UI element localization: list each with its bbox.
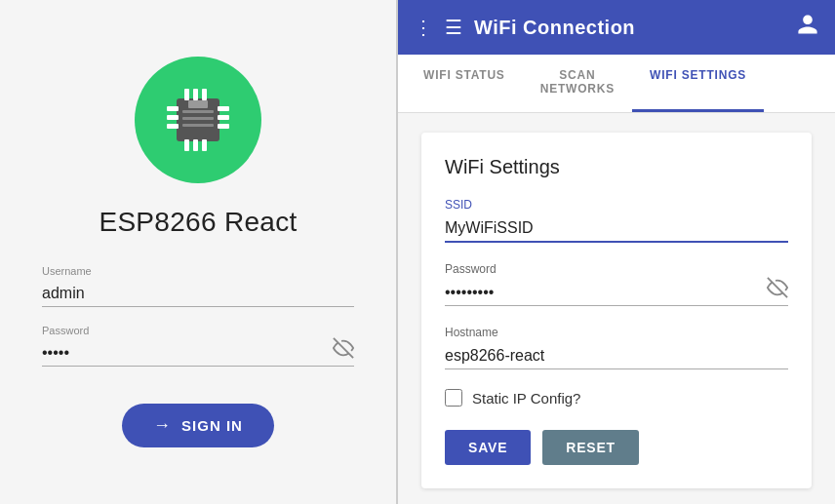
ssid-group: SSID bbox=[445, 198, 788, 243]
svg-rect-16 bbox=[188, 100, 208, 108]
content-area: WiFi Settings SSID Password bbox=[398, 113, 835, 504]
wifi-password-input[interactable] bbox=[445, 280, 788, 306]
signin-button[interactable]: → SIGN IN bbox=[122, 404, 274, 447]
static-ip-row: Static IP Config? bbox=[445, 389, 788, 407]
signin-label: SIGN IN bbox=[181, 417, 243, 434]
tab-wifi-settings[interactable]: WIFI SETTINGS bbox=[632, 55, 764, 112]
app-title: ESP8266 React bbox=[99, 207, 297, 238]
svg-rect-4 bbox=[184, 139, 189, 151]
hostname-input[interactable] bbox=[445, 343, 788, 369]
ssid-input[interactable] bbox=[445, 215, 788, 243]
username-group: Username bbox=[42, 265, 354, 307]
svg-rect-15 bbox=[182, 124, 214, 127]
top-bar: ⋮ ☰ WiFi Connection bbox=[398, 0, 835, 55]
password-input[interactable] bbox=[42, 340, 354, 367]
svg-rect-13 bbox=[182, 110, 214, 113]
wifi-password-group: Password bbox=[445, 262, 788, 306]
wifi-password-label: Password bbox=[445, 262, 788, 276]
ssid-label: SSID bbox=[445, 198, 788, 212]
svg-rect-5 bbox=[193, 139, 198, 151]
static-ip-checkbox[interactable] bbox=[445, 389, 462, 407]
tab-bar: WIFI STATUS SCAN NETWORKS WIFI SETTINGS bbox=[398, 55, 835, 113]
wifi-settings-card: WiFi Settings SSID Password bbox=[421, 133, 812, 488]
arrow-icon: → bbox=[153, 415, 172, 436]
svg-rect-10 bbox=[218, 106, 229, 111]
tab-scan-networks[interactable]: SCAN NETWORKS bbox=[523, 55, 632, 112]
page-title: WiFi Connection bbox=[474, 17, 784, 39]
reset-button[interactable]: RESET bbox=[542, 430, 639, 465]
svg-rect-2 bbox=[193, 89, 198, 100]
save-button[interactable]: SAVE bbox=[445, 430, 531, 465]
tab-wifi-status[interactable]: WIFI STATUS bbox=[406, 55, 523, 112]
svg-rect-9 bbox=[167, 124, 179, 129]
card-title: WiFi Settings bbox=[445, 156, 788, 178]
dots-icon[interactable]: ⋮ bbox=[414, 16, 433, 39]
wifi-panel: ⋮ ☰ WiFi Connection WIFI STATUS SCAN NET… bbox=[398, 0, 835, 504]
password-group: Password bbox=[42, 325, 354, 367]
toggle-password-icon[interactable] bbox=[333, 337, 354, 363]
action-buttons: SAVE RESET bbox=[445, 430, 788, 465]
static-ip-label: Static IP Config? bbox=[472, 390, 580, 407]
svg-rect-6 bbox=[202, 139, 207, 151]
account-icon[interactable] bbox=[796, 13, 819, 42]
hostname-label: Hostname bbox=[445, 326, 788, 339]
svg-rect-11 bbox=[218, 115, 229, 120]
wifi-toggle-password-icon[interactable] bbox=[767, 277, 788, 302]
svg-rect-12 bbox=[218, 124, 229, 129]
username-label: Username bbox=[42, 265, 354, 277]
svg-rect-7 bbox=[167, 106, 179, 111]
svg-rect-8 bbox=[167, 115, 179, 120]
hostname-group: Hostname bbox=[445, 326, 788, 369]
login-panel: ESP8266 React Username Password → SIGN I… bbox=[0, 0, 398, 504]
chip-icon bbox=[159, 81, 237, 159]
chip-logo bbox=[135, 57, 261, 183]
svg-rect-14 bbox=[182, 117, 214, 120]
hamburger-icon[interactable]: ☰ bbox=[445, 16, 462, 39]
username-input[interactable] bbox=[42, 281, 354, 307]
svg-rect-3 bbox=[202, 89, 207, 100]
password-label: Password bbox=[42, 325, 354, 336]
svg-rect-1 bbox=[184, 89, 189, 100]
